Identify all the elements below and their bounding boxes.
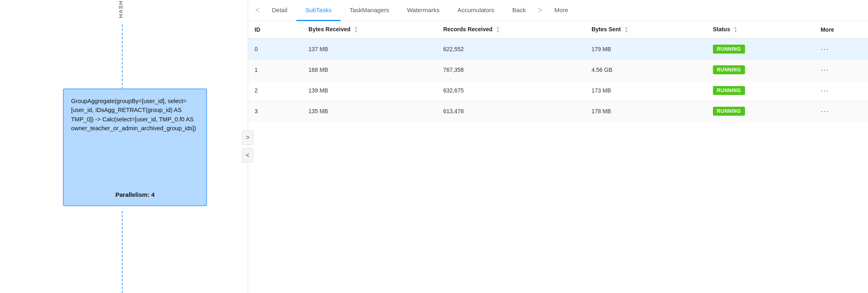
- tab-accumulators[interactable]: Accumulators: [449, 0, 503, 21]
- subtasks-table-container: ID Bytes Received ▲▼ Records Received ▲▼…: [248, 21, 868, 293]
- table-body: 0137 MB622,552179 MBRUNNING···1168 MB767…: [248, 39, 868, 122]
- node-box[interactable]: GroupAggregate(groupBy=[user_id], select…: [63, 88, 207, 206]
- cell-bytes-sent: 178 MB: [585, 101, 706, 122]
- tab-watermarks[interactable]: Watermarks: [398, 0, 448, 21]
- more-menu-icon[interactable]: ···: [820, 86, 829, 95]
- more-menu-icon[interactable]: ···: [820, 107, 829, 115]
- cell-more[interactable]: ···: [814, 60, 868, 80]
- cell-bytes-sent: 173 MB: [585, 80, 706, 101]
- tab-more[interactable]: More: [546, 0, 577, 21]
- collapse-panel-button[interactable]: <: [242, 148, 253, 163]
- cell-more[interactable]: ···: [814, 80, 868, 101]
- tabs-bar: < Detail SubTasks TaskManagers Watermark…: [248, 0, 868, 21]
- sort-icon-bytes-sent: ▲▼: [624, 26, 628, 33]
- sort-icon-status: ▲▼: [734, 26, 737, 33]
- tab-subtasks[interactable]: SubTasks: [296, 0, 341, 21]
- tab-back[interactable]: Back: [503, 0, 535, 21]
- status-badge: RUNNING: [713, 86, 745, 95]
- cell-more[interactable]: ···: [814, 39, 868, 60]
- cell-status: RUNNING: [706, 80, 814, 101]
- cell-bytes-sent: 4.56 GB: [585, 60, 706, 80]
- cell-id: 1: [248, 60, 302, 80]
- col-header-more: More: [814, 21, 868, 39]
- col-header-bytes-received[interactable]: Bytes Received ▲▼: [302, 21, 437, 39]
- table-row: 2139 MB632,675173 MBRUNNING···: [248, 80, 868, 101]
- cell-bytes-sent: 179 MB: [585, 39, 706, 60]
- cell-bytes-received: 168 MB: [302, 60, 437, 80]
- table-row: 3135 MB613,478178 MBRUNNING···: [248, 101, 868, 122]
- node-parallelism: Parallelism: 4: [71, 191, 199, 198]
- hash-label: HASH: [118, 0, 124, 22]
- col-header-status[interactable]: Status ▲▼: [706, 21, 814, 39]
- sort-icon-records-received: ▲▼: [496, 26, 500, 33]
- subtasks-table: ID Bytes Received ▲▼ Records Received ▲▼…: [248, 21, 868, 122]
- status-badge: RUNNING: [713, 107, 745, 116]
- cell-status: RUNNING: [706, 60, 814, 80]
- cell-id: 3: [248, 101, 302, 122]
- table-row: 0137 MB622,552179 MBRUNNING···: [248, 39, 868, 60]
- cell-records-received: 767,358: [437, 60, 585, 80]
- col-header-records-received[interactable]: Records Received ▲▼: [437, 21, 585, 39]
- cell-status: RUNNING: [706, 101, 814, 122]
- cell-id: 2: [248, 80, 302, 101]
- cell-records-received: 622,552: [437, 39, 585, 60]
- more-menu-icon[interactable]: ···: [820, 45, 829, 53]
- tab-nav-next[interactable]: >: [535, 0, 546, 21]
- expand-panel-button[interactable]: >: [242, 130, 253, 145]
- connector-line-bottom: [122, 211, 123, 293]
- col-header-bytes-sent[interactable]: Bytes Sent ▲▼: [585, 21, 706, 39]
- cell-records-received: 613,478: [437, 101, 585, 122]
- cell-records-received: 632,675: [437, 80, 585, 101]
- col-header-id[interactable]: ID: [248, 21, 302, 39]
- table-header-row: ID Bytes Received ▲▼ Records Received ▲▼…: [248, 21, 868, 39]
- cell-bytes-received: 139 MB: [302, 80, 437, 101]
- status-badge: RUNNING: [713, 45, 745, 54]
- node-description: GroupAggregate(groupBy=[user_id], select…: [71, 97, 199, 133]
- cell-status: RUNNING: [706, 39, 814, 60]
- status-badge: RUNNING: [713, 65, 745, 74]
- splitter: > <: [240, 0, 255, 293]
- connector-line-top: [122, 24, 123, 89]
- cell-more[interactable]: ···: [814, 101, 868, 122]
- cell-bytes-received: 135 MB: [302, 101, 437, 122]
- left-panel: HASH GroupAggregate(groupBy=[user_id], s…: [0, 0, 248, 293]
- more-menu-icon[interactable]: ···: [820, 66, 829, 74]
- cell-bytes-received: 137 MB: [302, 39, 437, 60]
- sort-icon-bytes-received: ▲▼: [354, 26, 358, 33]
- table-row: 1168 MB767,3584.56 GBRUNNING···: [248, 60, 868, 80]
- cell-id: 0: [248, 39, 302, 60]
- tab-detail[interactable]: Detail: [263, 0, 296, 21]
- right-panel: < Detail SubTasks TaskManagers Watermark…: [248, 0, 868, 293]
- tab-taskmanagers[interactable]: TaskManagers: [341, 0, 398, 21]
